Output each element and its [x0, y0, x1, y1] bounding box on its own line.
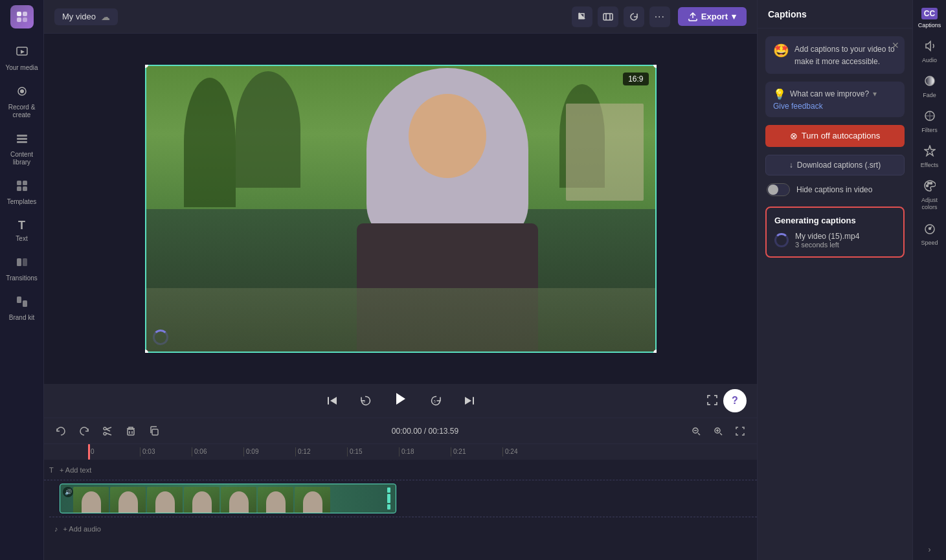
hide-captions-toggle[interactable]	[767, 183, 790, 196]
transitions-icon	[16, 256, 28, 272]
video-clip[interactable]: 🔊	[60, 484, 396, 513]
playhead-indicator	[88, 444, 90, 460]
clip-thumbnail-1	[73, 487, 109, 513]
fullscreen-button[interactable]	[706, 394, 718, 408]
zoom-out-button[interactable]	[687, 422, 705, 440]
play-button[interactable]	[389, 389, 412, 412]
project-title: My video	[62, 12, 96, 21]
svg-rect-15	[17, 258, 21, 266]
ruler-mark-3: 0:03	[140, 447, 192, 456]
video-background	[145, 65, 657, 353]
hide-captions-label: Hide captions in video	[796, 185, 872, 194]
undo-button[interactable]	[52, 422, 70, 440]
turn-off-autocaptions-button[interactable]: ⊗ Turn off autocaptions	[765, 125, 905, 147]
rail-item-fade[interactable]: Fade	[913, 70, 946, 104]
give-feedback-link[interactable]: Give feedback	[773, 102, 877, 111]
sidebar-item-templates[interactable]: Templates	[0, 173, 43, 212]
skip-to-end-button[interactable]	[459, 390, 480, 411]
captions-panel: Captions 🤩 Add captions to your video to…	[757, 0, 912, 560]
rail-item-speed[interactable]: Speed	[913, 218, 946, 251]
ruler-marks-container: 0 0:03 0:06 0:09 0:12 0:15 0:18 0:21 0:2…	[88, 447, 757, 456]
rail-item-filters[interactable]: Filters	[913, 105, 946, 139]
clip-thumbnail-2	[110, 487, 146, 513]
sidebar-item-your-media[interactable]: Your media	[0, 39, 43, 78]
svg-point-50	[930, 183, 932, 185]
video-track-row[interactable]: 🔊	[44, 480, 757, 517]
svg-rect-14	[23, 186, 27, 191]
bulb-icon: 💡	[773, 88, 786, 100]
generating-info: My video (15).mp4 3 seconds left	[795, 232, 895, 249]
svg-line-34	[106, 429, 110, 431]
tooltip-close-button[interactable]: ✕	[892, 40, 899, 50]
rotate-tool-button[interactable]	[624, 6, 644, 27]
svg-point-7	[20, 89, 24, 93]
svg-rect-28	[473, 397, 474, 405]
svg-line-40	[698, 433, 700, 435]
svg-rect-0	[17, 12, 21, 16]
autocaptions-icon: ⊗	[790, 131, 798, 141]
captions-tooltip-card: 🤩 Add captions to your video to make it …	[765, 36, 905, 74]
crop-tool-button[interactable]	[572, 6, 592, 27]
project-title-container[interactable]: My video ☁	[54, 8, 118, 25]
duplicate-button[interactable]	[145, 422, 163, 440]
sidebar-item-text[interactable]: T Text	[0, 212, 43, 249]
svg-rect-16	[23, 258, 27, 266]
sidebar-item-content-library[interactable]: Contentlibrary	[0, 126, 43, 173]
speed-icon	[924, 223, 936, 237]
fit-timeline-button[interactable]	[731, 422, 749, 440]
add-audio-row: ♪ + Add audio	[49, 517, 757, 540]
app-logo	[10, 5, 34, 28]
svg-line-32	[106, 427, 111, 429]
svg-rect-18	[23, 300, 27, 307]
text-track-row: T + Add text	[44, 460, 757, 480]
toolbar-tools: ···	[572, 6, 670, 27]
collapse-panel-button[interactable]: ›	[923, 538, 936, 560]
rail-label-audio: Audio	[922, 57, 937, 63]
video-frame[interactable]: 16:9	[145, 65, 657, 353]
add-text-button[interactable]: + Add text	[60, 466, 91, 474]
svg-rect-3	[23, 17, 27, 22]
generating-captions-card: Generating captions My video (15).mp4 3 …	[765, 207, 905, 258]
svg-text:5: 5	[434, 399, 436, 403]
sidebar-item-label-text: Text	[16, 235, 27, 243]
sidebar-item-label-templates: Templates	[7, 198, 37, 206]
fade-icon	[924, 75, 936, 89]
resize-tool-button[interactable]	[598, 6, 618, 27]
help-button[interactable]: ?	[723, 389, 747, 412]
rail-label-filters: Filters	[921, 127, 938, 133]
download-captions-button[interactable]: ↓ Download captions (.srt)	[765, 155, 905, 175]
svg-marker-26	[396, 393, 405, 405]
ruler-mark-9: 0:09	[243, 447, 295, 456]
feedback-row: 💡 What can we improve? ▾ Give feedback	[765, 82, 905, 117]
loading-spinner	[153, 330, 168, 345]
toggle-thumb	[768, 185, 778, 195]
resize-handle-br[interactable]	[653, 350, 657, 353]
svg-rect-35	[128, 429, 134, 435]
delete-button[interactable]	[122, 422, 140, 440]
redo-button[interactable]	[75, 422, 93, 440]
sidebar-item-brand-kit[interactable]: Brand kit	[0, 289, 43, 328]
tooltip-emoji: 🤩	[773, 43, 789, 58]
resize-handle-bl[interactable]	[145, 350, 148, 353]
sidebar-item-transitions[interactable]: Transitions	[0, 249, 43, 289]
waveform-indicator	[387, 487, 390, 510]
rail-item-audio[interactable]: Audio	[913, 35, 946, 69]
templates-icon	[16, 179, 28, 196]
add-audio-button[interactable]: + Add audio	[63, 525, 101, 533]
sidebar-item-record-create[interactable]: Record &create	[0, 78, 43, 126]
timeline-tracks: T + Add text 🔊	[44, 460, 757, 560]
cut-button[interactable]	[98, 422, 117, 440]
zoom-controls	[687, 422, 749, 440]
skip-to-start-button[interactable]	[322, 390, 343, 411]
rail-item-captions[interactable]: CC Captions	[913, 3, 946, 34]
main-content: My video ☁ ··· Export ▾	[44, 0, 757, 560]
export-button[interactable]: Export ▾	[678, 7, 747, 26]
forward-5s-button[interactable]: 5	[425, 390, 446, 411]
zoom-in-button[interactable]	[709, 422, 727, 440]
rail-label-effects: Effects	[921, 162, 938, 168]
svg-rect-23	[328, 397, 329, 405]
rewind-5s-button[interactable]: 5	[355, 390, 376, 411]
rail-item-effects[interactable]: Effects	[913, 140, 946, 174]
more-options-button[interactable]: ···	[649, 6, 670, 27]
rail-item-adjust-colors[interactable]: Adjustcolors	[913, 175, 946, 216]
